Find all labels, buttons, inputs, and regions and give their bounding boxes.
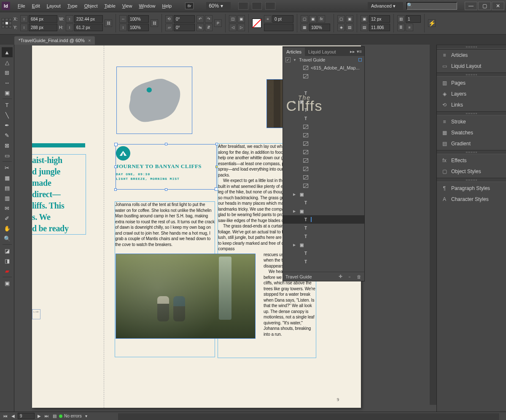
- flip-v-icon[interactable]: ⇵: [205, 24, 213, 31]
- dock-object-styles[interactable]: ▢Object Styles: [437, 166, 506, 177]
- panel-tab-articles[interactable]: Articles: [283, 48, 305, 56]
- article-item[interactable]: [283, 139, 364, 148]
- dock-swatches[interactable]: ▦Swatches: [437, 127, 506, 138]
- article-item[interactable]: [283, 123, 364, 131]
- vertical-scrollbar[interactable]: [430, 45, 436, 405]
- zoom-tool[interactable]: 🔍: [2, 233, 13, 243]
- pen-tool[interactable]: ✒: [2, 120, 13, 130]
- workspace-select[interactable]: Advanced ▾: [368, 2, 403, 10]
- stepper-icon[interactable]: ↕: [20, 15, 28, 23]
- shear-input[interactable]: [174, 24, 195, 31]
- span-icon[interactable]: ≡: [406, 24, 413, 31]
- gradient-swatch-tool[interactable]: ▤: [2, 183, 13, 193]
- article-item[interactable]: [283, 131, 364, 139]
- dock-character-styles[interactable]: ACharacter Styles: [437, 194, 506, 205]
- article-item[interactable]: T: [283, 215, 364, 224]
- gradient-feather-tool[interactable]: ▥: [2, 193, 13, 203]
- y-input[interactable]: [29, 24, 57, 31]
- preflight-menu-icon[interactable]: ▾: [85, 414, 87, 418]
- x-input[interactable]: [29, 15, 57, 23]
- fill-stroke-proxy[interactable]: ◪: [2, 246, 13, 256]
- fx-menu-icon[interactable]: fx: [318, 15, 325, 23]
- rotate-cw-icon[interactable]: ↷: [205, 15, 213, 23]
- bridge-badge[interactable]: Br: [185, 3, 194, 9]
- prev-page-icon[interactable]: ◀: [10, 413, 16, 419]
- dock-stroke[interactable]: ≡Stroke: [437, 116, 506, 127]
- panel-tab-liquid-layout[interactable]: Liquid Layout: [305, 48, 339, 56]
- menu-window[interactable]: Window: [135, 2, 159, 10]
- article-item[interactable]: T: [283, 257, 364, 266]
- hiking-image-frame[interactable]: [116, 254, 256, 339]
- menu-layout[interactable]: Layout: [43, 2, 64, 10]
- apply-color[interactable]: ▰: [2, 266, 13, 276]
- next-obj-icon[interactable]: ▷: [237, 24, 245, 31]
- last-page-icon[interactable]: ⏭: [44, 413, 50, 419]
- view-mode-btn-2[interactable]: [252, 2, 262, 10]
- w-input[interactable]: [74, 15, 103, 23]
- wrap-none-icon[interactable]: ▢: [337, 15, 345, 23]
- hand-tool[interactable]: ✋: [2, 223, 13, 233]
- fill-swatch[interactable]: [252, 19, 261, 28]
- next-page-icon[interactable]: ▶: [36, 413, 42, 419]
- content-collector-tool[interactable]: ▣: [2, 88, 13, 98]
- article-item[interactable]: [283, 165, 364, 173]
- article-item[interactable]: ▶▣: [283, 207, 364, 215]
- eyedropper-tool[interactable]: ✐: [2, 213, 13, 223]
- menu-help[interactable]: Help: [159, 2, 175, 10]
- menu-object[interactable]: Object: [81, 2, 101, 10]
- article-options-icon[interactable]: [358, 58, 362, 62]
- note-tool[interactable]: ✉: [2, 203, 13, 213]
- wrap-bounding-icon[interactable]: ▣: [346, 15, 353, 23]
- close-button[interactable]: ✕: [492, 2, 504, 10]
- dock-gradient[interactable]: ▤Gradient: [437, 138, 506, 149]
- constrain-scale-icon[interactable]: ⛓: [151, 19, 158, 27]
- line-tool[interactable]: ╲: [2, 110, 13, 120]
- chevron-down-icon[interactable]: ▼: [293, 58, 296, 62]
- maximize-button[interactable]: ▢: [478, 2, 491, 10]
- article-item[interactable]: T: [283, 232, 364, 241]
- cols-input[interactable]: [406, 15, 421, 23]
- selected-text-frame[interactable]: JOURNEY TO BANYAN CLIFFS DAY ONE, 09:30 …: [116, 144, 217, 190]
- first-page-icon[interactable]: ⏮: [3, 413, 8, 419]
- rotate-input[interactable]: [174, 15, 195, 23]
- fx-icon[interactable]: ▢: [301, 15, 308, 23]
- panel-collapse-icon[interactable]: ▸▸: [350, 49, 355, 54]
- scale-x-input[interactable]: [128, 15, 149, 23]
- dock-effects[interactable]: fxEffects: [437, 155, 506, 166]
- dock-pages[interactable]: ▥Pages: [437, 78, 506, 88]
- dock-paragraph-styles[interactable]: ¶Paragraph Styles: [437, 183, 506, 194]
- view-mode-toggle[interactable]: ▣: [2, 278, 13, 288]
- default-fill-stroke[interactable]: ◨: [2, 256, 13, 266]
- article-item[interactable]: T: [283, 249, 364, 257]
- document-tab[interactable]: *TravelGuide_Final.indd @ 60% ×: [14, 36, 95, 45]
- search-input[interactable]: 🔍: [406, 2, 457, 10]
- scissors-tool[interactable]: ✂: [2, 163, 13, 173]
- dock-layers[interactable]: ◈Layers: [437, 88, 506, 99]
- article-root[interactable]: ✓ ▼ Travel Guide: [283, 56, 364, 64]
- panel-menu-icon[interactable]: ▾≡: [357, 49, 362, 54]
- wrap-jump-icon[interactable]: ▤: [346, 24, 353, 31]
- zoom-select[interactable]: 60% ▾: [206, 2, 230, 10]
- frame-fit-icon[interactable]: ▣: [361, 15, 368, 23]
- scale-y-input[interactable]: [128, 24, 149, 31]
- dock-articles[interactable]: ≡Articles: [437, 50, 506, 61]
- direct-selection-tool[interactable]: △: [2, 57, 13, 67]
- menu-type[interactable]: Type: [64, 2, 81, 10]
- open-icon[interactable]: ▤: [51, 413, 57, 419]
- free-transform-tool[interactable]: ▦: [2, 173, 13, 183]
- gap-v-input[interactable]: [369, 15, 390, 23]
- balance-icon[interactable]: ≣: [397, 24, 405, 31]
- view-mode-btn-1[interactable]: [238, 2, 248, 10]
- opacity-input[interactable]: [309, 24, 330, 31]
- view-mode-btn-3[interactable]: [265, 2, 275, 10]
- menu-edit[interactable]: Edit: [29, 2, 43, 10]
- horizontal-scrollbar[interactable]: [118, 413, 499, 420]
- select-container-icon[interactable]: ◫: [229, 15, 237, 23]
- gap-h-input[interactable]: [369, 24, 390, 31]
- page-tool[interactable]: ⊞: [2, 67, 13, 78]
- constrain-wh-icon[interactable]: ⛓: [105, 19, 112, 27]
- article-item[interactable]: [283, 173, 364, 182]
- stroke-style-select[interactable]: [264, 24, 293, 31]
- chevron-right-icon[interactable]: ▶: [293, 243, 296, 247]
- article-item[interactable]: T: [283, 198, 364, 207]
